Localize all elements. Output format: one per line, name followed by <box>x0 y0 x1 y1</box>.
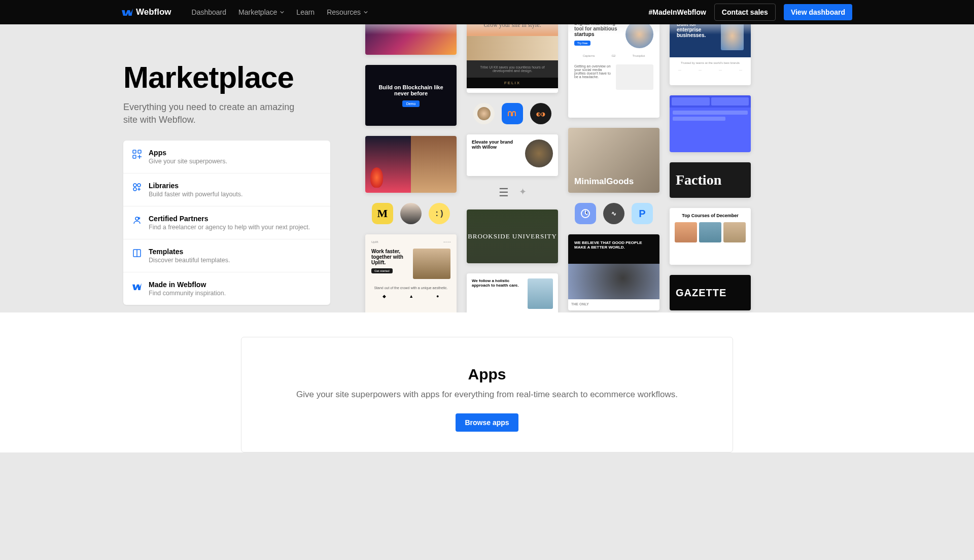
category-desc: Build faster with powerful layouts. <box>149 191 243 198</box>
template-thumb[interactable] <box>670 95 751 152</box>
category-title: Templates <box>149 248 230 256</box>
template-thumb[interactable]: Build on Blockchain like never before De… <box>365 65 457 126</box>
view-dashboard-button[interactable]: View dashboard <box>784 4 852 20</box>
category-title: Certified Partners <box>149 215 310 223</box>
category-partners[interactable]: Certified Partners Find a freelancer or … <box>123 206 330 239</box>
main-header: Webflow Dashboard Marketplace Learn Reso… <box>0 0 974 24</box>
template-thumb[interactable] <box>365 136 457 193</box>
primary-nav: Dashboard Marketplace Learn Resources <box>192 8 368 16</box>
app-icon-row: ∿ P <box>568 203 659 224</box>
template-thumb[interactable]: MinimalGoods <box>568 128 659 193</box>
category-templates[interactable]: Templates Discover beautiful templates. <box>123 239 330 272</box>
svg-point-6 <box>135 217 138 220</box>
svg-point-5 <box>133 188 136 191</box>
app-icon[interactable]: : ) <box>429 203 450 224</box>
template-thumb[interactable]: GAZETTE <box>670 275 751 310</box>
template-thumb[interactable]: Elevate your brand with Willow <box>467 134 558 176</box>
template-thumb[interactable]: Digital marketing tool for ambitious sta… <box>568 24 659 118</box>
app-icon[interactable]: ☰ <box>499 186 509 199</box>
template-thumb[interactable]: Top Courses of December <box>670 208 751 265</box>
browse-apps-button[interactable]: Browse apps <box>456 413 518 432</box>
page-subtitle: Everything you need to create an amazing… <box>123 101 296 126</box>
template-thumb[interactable] <box>365 24 457 55</box>
nav-resources[interactable]: Resources <box>327 8 368 16</box>
app-icon-row: ☰ ✦ <box>467 186 558 199</box>
app-icon[interactable] <box>473 103 495 124</box>
app-icon[interactable] <box>575 203 596 224</box>
webflow-logo-icon <box>122 9 133 16</box>
brand-name: Webflow <box>136 7 171 17</box>
header-right: #MadeInWebflow Contact sales View dashbo… <box>649 4 852 21</box>
template-thumb[interactable]: Grow your site in style. Tribe UI Kit sa… <box>467 24 558 93</box>
apps-card: Apps Give your site superpowers with app… <box>241 337 733 452</box>
category-title: Made in Webflow <box>149 281 226 289</box>
app-icon[interactable]: ∿ <box>603 203 624 224</box>
category-apps[interactable]: Apps Give your site superpowers. <box>123 141 330 173</box>
nav-learn[interactable]: Learn <box>296 8 315 16</box>
contact-sales-button[interactable]: Contact sales <box>714 4 776 21</box>
category-desc: Find a freelancer or agency to help with… <box>149 224 310 231</box>
gallery-column: Built for enterprise businesses. Trusted… <box>670 24 751 312</box>
chevron-down-icon <box>364 10 368 14</box>
page-title: Marketplace <box>123 60 304 95</box>
apps-section: Apps Give your site superpowers with app… <box>0 312 974 452</box>
template-thumb[interactable]: WE BELIEVE THAT GOOD PEOPLE MAKE A BETTE… <box>568 234 659 310</box>
gallery-column: Grow your site in style. Tribe UI Kit sa… <box>467 24 558 312</box>
app-icon[interactable]: P <box>632 203 653 224</box>
partners-icon <box>132 216 142 225</box>
apps-icon <box>132 150 142 159</box>
template-thumb[interactable]: Built for enterprise businesses. Trusted… <box>670 24 751 85</box>
nav-marketplace[interactable]: Marketplace <box>238 8 284 16</box>
svg-rect-0 <box>133 150 136 153</box>
webflow-icon <box>132 282 142 291</box>
category-desc: Discover beautiful templates. <box>149 257 230 264</box>
made-in-webflow-link[interactable]: #MadeInWebflow <box>649 8 706 16</box>
category-title: Libraries <box>149 182 243 190</box>
templates-icon <box>132 249 142 258</box>
app-icon[interactable]: ✦ <box>519 186 527 199</box>
app-icon[interactable] <box>502 103 523 124</box>
template-thumb[interactable]: We follow a holistic approach to health … <box>467 273 558 312</box>
chevron-down-icon <box>280 10 284 14</box>
webflow-logo[interactable]: Webflow <box>122 7 171 17</box>
template-thumb[interactable]: BROOKSIDE UNIVERSITY <box>467 209 558 263</box>
libraries-icon <box>132 183 142 192</box>
app-icon[interactable]: ◐◑ <box>530 103 551 124</box>
app-icon-row: M : ) <box>365 203 457 224</box>
svg-point-3 <box>133 184 136 187</box>
category-title: Apps <box>149 149 227 157</box>
apps-subtitle: Give your site superpowers with apps for… <box>262 388 712 401</box>
app-icon-row: ◐◑ <box>467 103 558 124</box>
hero-content: Marketplace Everything you need to creat… <box>0 24 304 305</box>
template-gallery: Build on Blockchain like never before De… <box>365 24 974 312</box>
apps-title: Apps <box>262 366 712 383</box>
gallery-column: Digital marketing tool for ambitious sta… <box>568 24 659 312</box>
svg-rect-2 <box>133 155 136 158</box>
nav-dashboard[interactable]: Dashboard <box>192 8 227 16</box>
header-left: Webflow Dashboard Marketplace Learn Reso… <box>122 7 368 17</box>
template-thumb[interactable]: Uplift• • • • Work faster, together with… <box>365 234 457 312</box>
svg-point-4 <box>137 184 141 187</box>
category-made-in-webflow[interactable]: Made in Webflow Find community inspirati… <box>123 272 330 305</box>
category-desc: Give your site superpowers. <box>149 158 227 165</box>
gallery-column: Build on Blockchain like never before De… <box>365 24 457 312</box>
svg-rect-1 <box>138 150 141 153</box>
category-libraries[interactable]: Libraries Build faster with powerful lay… <box>123 173 330 206</box>
app-icon[interactable] <box>400 203 422 224</box>
category-list: Apps Give your site superpowers. Librari… <box>123 141 330 305</box>
hero-section: Marketplace Everything you need to creat… <box>0 24 974 312</box>
template-thumb[interactable]: Faction <box>670 162 751 198</box>
app-icon[interactable]: M <box>372 203 393 224</box>
category-desc: Find community inspiration. <box>149 290 226 297</box>
